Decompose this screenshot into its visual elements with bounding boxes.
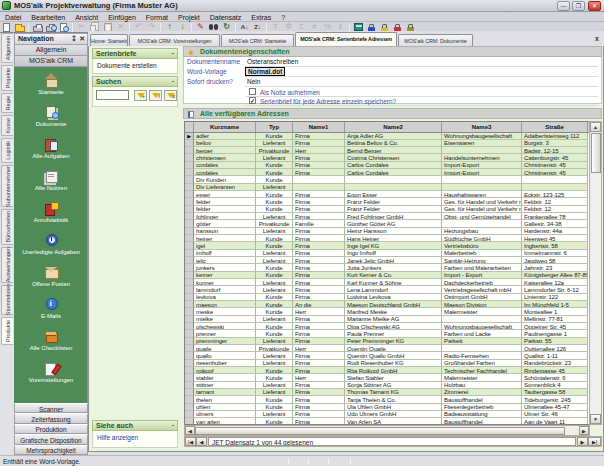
table-row[interactable]: qualloLieferantFirmaQuentin Quallo GmbHR… (185, 352, 589, 359)
collapse-icon-3[interactable]: - (172, 421, 174, 428)
new-document-icon[interactable] (0, 22, 13, 32)
siehe-auch-panel-header[interactable]: Siehe auch- (92, 420, 178, 431)
table-row[interactable]: van arlenKundeFirmaVan Arlen SABaustoffh… (185, 418, 589, 424)
pin-icon[interactable]: ↧ (71, 35, 77, 42)
module-tab-produkte[interactable]: Produkte (1, 317, 13, 345)
row-selector[interactable] (185, 286, 194, 293)
page-preview-icon[interactable] (57, 22, 70, 32)
tab-home-startseite[interactable]: Home: Startseite (90, 34, 128, 46)
table-row[interactable]: cordalesKundeFirmaCarlos CordalesImport-… (185, 169, 589, 176)
row-selector[interactable] (185, 250, 194, 257)
menu-bearbeiten[interactable]: Bearbeiten (26, 12, 70, 22)
row-selector[interactable] (185, 176, 194, 183)
nav-group-mosaik-crm[interactable]: MOS'aik CRM (14, 56, 88, 67)
vertical-scroll-thumb[interactable] (591, 133, 601, 173)
menu-?[interactable]: ? (276, 12, 290, 22)
cut-icon[interactable]: ✂ (75, 22, 88, 32)
table-row[interactable]: götterPrivatkundeFamilieGünther Götter A… (185, 220, 589, 227)
table-row[interactable]: levkovaKundeFirmaLudvina LevkovaOstimpor… (185, 294, 589, 301)
table-row[interactable]: felderKundeFirmaFranz FelderGes. für Han… (185, 206, 589, 213)
table-row[interactable]: igelKundeFirmaInge Igel KGVertriebsbüroI… (185, 242, 589, 249)
row-selector[interactable] (185, 418, 194, 424)
checkbox-unchecked-0[interactable] (249, 88, 256, 95)
row-selector[interactable] (185, 345, 194, 352)
sidebar-item-alle-aufgaben[interactable]: Alle Aufgaben (14, 135, 88, 167)
column-header-typ[interactable]: Typ (256, 122, 293, 132)
close-nav-icon[interactable]: ✕ (79, 35, 85, 42)
table-row[interactable]: meskeKundeHerrManfred MeskeMalermeisterM… (185, 308, 589, 315)
table-row[interactable]: kernerKundeFirmaKurt Kerner & Co.Import … (185, 272, 589, 279)
row-selector[interactable] (185, 257, 194, 264)
table-row[interactable]: fohlingerLieferantFirmaFred Fohlinger Gm… (185, 213, 589, 220)
table-row[interactable]: lammdorfLieferantFirmaLena LammdorfVertr… (185, 286, 589, 293)
collapse-icon[interactable]: - (172, 49, 174, 56)
module-tab-büroarbeiten[interactable]: Büroarbeiten (1, 209, 13, 245)
table-row[interactable]: Div LieferantenLieferant (185, 184, 589, 191)
table-row[interactable]: prennerKundeFirmaPaula PrennerFarben und… (185, 330, 589, 337)
sidebar-group-mehrsprachigkeit[interactable]: Mehrsprachigkeit (14, 445, 88, 455)
sidebar-item-unerledigte-aufgaben[interactable]: Unerledigte Aufgaben (14, 231, 88, 263)
print-icon[interactable] (31, 22, 44, 32)
table-row[interactable]: junkersKundeFirmaJutta JunkersFarben und… (185, 264, 589, 271)
module-tab-logistik[interactable]: Logistik (1, 138, 13, 163)
table-row[interactable]: kunnerLieferantFirmaKarl Kunner & SöhneD… (185, 279, 589, 286)
dokumente-erstellen-link[interactable]: Dokumente erstellen (93, 59, 177, 69)
table-row[interactable]: ▶adlerKundeFirmaAnja Adler AGWohnungsbau… (185, 133, 589, 140)
row-selector[interactable] (185, 330, 194, 337)
menu-projekt[interactable]: Projekt (173, 12, 205, 22)
horizontal-scroll-thumb[interactable] (195, 427, 565, 435)
row-selector[interactable] (185, 242, 194, 249)
row-selector[interactable] (185, 162, 194, 169)
tab-mos-aik-crm-serienbriefe-adressen[interactable]: MOS'aik CRM: Serienbriefe Adressen (295, 32, 397, 46)
table-row[interactable]: christensenLieferantFirmaCosima Christen… (185, 154, 589, 161)
table-row[interactable]: esserKundeFirmaEgon EsserHaushaltswarenE… (185, 191, 589, 198)
row-selector[interactable] (185, 228, 194, 235)
row-selector[interactable]: ▶ (185, 133, 194, 140)
tab-mos-aik-crm-dokumente[interactable]: MOS'aik CRM: Dokumente (398, 34, 473, 46)
table-row[interactable]: beliovLieferantFirmaBettina Beliov & Co.… (185, 140, 589, 147)
filter-edit-button[interactable]: / (149, 90, 162, 101)
sidebar-item-e-mails[interactable]: E-Mails (14, 295, 88, 327)
scroll-down-icon[interactable]: ▼ (590, 414, 601, 424)
row-selector[interactable] (185, 147, 194, 154)
sidebar-item-anrufstatistik[interactable]: Anrufstatistik (14, 199, 88, 231)
first-record-button[interactable]: |◀ (185, 437, 196, 446)
module-tab-subunternehmer[interactable]: Subunternehmer (1, 165, 13, 207)
column-header-name3[interactable]: Name3 (442, 122, 522, 132)
column-header-kurzname[interactable]: Kurzname (194, 122, 256, 132)
row-selector[interactable] (185, 206, 194, 213)
table-row[interactable]: rotkopfKundeFirmaRita Rotkopf GmbHTechni… (185, 367, 589, 374)
menu-ansicht[interactable]: Ansicht (70, 12, 103, 22)
row-selector[interactable] (185, 220, 194, 227)
search-input[interactable] (96, 90, 129, 100)
sidebar-item-alle-notizen[interactable]: Alle Notizen (14, 167, 88, 199)
menu-format[interactable]: Format (141, 12, 173, 22)
table-row[interactable]: mielkeLieferantFirmaMarianne Mielke AGMe… (185, 316, 589, 323)
open-icon[interactable] (13, 22, 26, 32)
row-selector[interactable] (185, 154, 194, 161)
sidebar-group-produktion[interactable]: Produktion (14, 424, 88, 434)
field-value-dokumentenname[interactable]: Osteranschreiben (247, 58, 298, 65)
row-selector[interactable] (185, 264, 194, 271)
row-selector[interactable] (185, 352, 194, 359)
menu-einfgen[interactable]: Einfügen (103, 12, 141, 22)
sidebar-item-offene-posten[interactable]: Offene Posten (14, 263, 88, 295)
row-selector[interactable] (185, 382, 194, 389)
field-value-word-vorlage[interactable]: Normal.dot (245, 67, 285, 76)
row-selector[interactable] (185, 360, 194, 367)
tab-close-icon[interactable]: x (595, 35, 599, 42)
column-header-strae[interactable]: Straße (522, 122, 588, 132)
row-selector[interactable] (185, 235, 194, 242)
row-selector[interactable] (185, 404, 194, 411)
sidebar-group-scanner[interactable]: Scanner (14, 403, 88, 413)
sidebar-group-grafische-disposition[interactable]: Grafische Disposition (14, 434, 88, 444)
table-row[interactable]: maesonKundeAn dieMaeson Deutschland GmbH… (185, 301, 589, 308)
table-row[interactable]: Div KundenKunde (185, 176, 589, 183)
row-selector[interactable] (185, 374, 194, 381)
menu-extras[interactable]: Extras (246, 12, 276, 22)
table-row[interactable]: jelicLieferantFirmaJanek Jelic GmbHSanit… (185, 257, 589, 264)
sidebar-item-dokumente[interactable]: Dokumente (14, 103, 88, 135)
table-row[interactable]: tarnantLieferantFirmaThomas Tarnant KGZi… (185, 389, 589, 396)
row-selector[interactable] (185, 184, 194, 191)
table-row[interactable]: heinerKundeFirmaHans HeinerSüdfrüchte Gm… (185, 235, 589, 242)
